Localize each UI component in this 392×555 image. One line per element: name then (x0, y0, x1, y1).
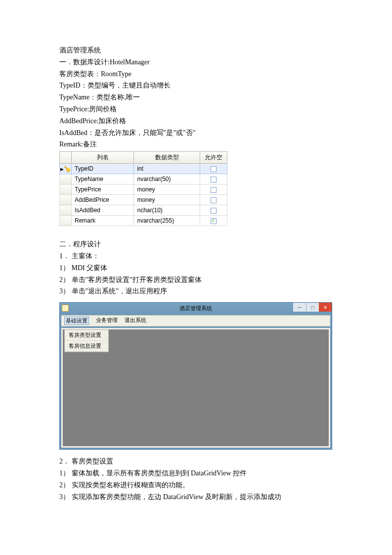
minimize-button[interactable]: ─ (293, 303, 306, 312)
col-name-cell[interactable]: TypePrice (72, 185, 134, 195)
row-header (60, 185, 72, 195)
table-row[interactable]: IsAddBed nchar(10) (60, 205, 227, 216)
menu-item-roominfo[interactable]: 客房信息设置 (65, 341, 108, 352)
s3-s2-1: 1） 窗体加载，显示所有客房类型信息到到 DataGridView 控件 (59, 467, 333, 479)
table-row[interactable]: AddBedPrice money (60, 195, 227, 205)
row-header: ▶🔑 (60, 164, 72, 174)
checkbox-icon[interactable] (211, 166, 217, 172)
menu-item-roomtype[interactable]: 客房类型设置 (65, 330, 108, 341)
s3-s2: 2． 客房类型设置 (59, 456, 333, 467)
col-name-cell[interactable]: IsAddBed (72, 205, 134, 216)
th-col-name: 列名 (72, 152, 134, 164)
menu-basic[interactable]: 基础设置 (64, 317, 89, 325)
col-type-cell[interactable]: nvarchar(50) (134, 174, 200, 185)
table-row[interactable]: ▶🔑 TypeID int (60, 164, 227, 174)
col-null-cell[interactable] (200, 174, 227, 185)
s1-line5: AddBedPrice:加床价格 (59, 115, 333, 127)
section1-heading: 一．数据库设计:HotelManager (59, 56, 333, 68)
table-row[interactable]: TypeName nvarchar(50) (60, 174, 227, 185)
triangle-icon: ▶ (60, 167, 64, 172)
col-null-cell[interactable] (200, 205, 227, 216)
col-name-cell[interactable]: TypeID (72, 164, 134, 174)
col-type-cell[interactable]: money (134, 195, 200, 205)
s1-line3: TypeName：类型名称,唯一 (59, 92, 333, 103)
checkbox-icon[interactable] (211, 197, 217, 203)
col-null-cell[interactable] (200, 195, 227, 205)
table-row[interactable]: Remark nvarchar(255) (60, 216, 227, 226)
s2-s1-2: 2） 单击"客房类型设置"打开客房类型设置窗体 (59, 274, 333, 286)
s3-s2-2: 2） 实现按类型名称进行模糊查询的功能。 (59, 479, 333, 491)
s1-line4: TypePrice:房间价格 (59, 103, 333, 115)
th-blank (60, 152, 72, 164)
row-header (60, 205, 72, 216)
section2-heading: 二．程序设计 (59, 238, 333, 250)
s2-s1-3: 3） 单击"退出系统"，退出应用程序 (59, 285, 333, 297)
mdi-client-area: 客房类型设置 客房信息设置 (61, 328, 330, 448)
s2-s1: 1． 主窗体： (59, 250, 333, 262)
page-title: 酒店管理系统 (59, 45, 333, 56)
th-col-type: 数据类型 (134, 152, 200, 164)
checkbox-checked-icon[interactable] (211, 218, 217, 224)
menu-business[interactable]: 业务管理 (96, 317, 118, 325)
db-schema-table: 列名 数据类型 允许空 ▶🔑 TypeID int TypeName nvarc… (59, 151, 227, 226)
row-header (60, 174, 72, 185)
col-null-cell[interactable] (200, 164, 227, 174)
s3-s2-3: 3） 实现添加客房类型功能，左边 DataGridView 及时刷新，提示添加成… (59, 491, 333, 503)
checkbox-icon[interactable] (211, 187, 217, 193)
col-name-cell[interactable]: TypeName (72, 174, 134, 185)
col-name-cell[interactable]: Remark (72, 216, 134, 226)
menu-exit[interactable]: 退出系统 (125, 317, 146, 325)
row-header (60, 216, 72, 226)
col-type-cell[interactable]: nchar(10) (134, 205, 200, 216)
s1-line1: 客房类型表：RoomType (59, 68, 333, 80)
app-icon (62, 305, 69, 312)
menu-dropdown: 客房类型设置 客房信息设置 (64, 329, 109, 352)
s1-line6: IsAddBed：是否允许加床，只能写"是"或"否" (59, 127, 333, 139)
checkbox-icon[interactable] (211, 208, 217, 214)
menu-bar: 基础设置 业务管理 退出系统 (61, 315, 330, 326)
col-type-cell[interactable]: nvarchar(255) (134, 216, 200, 226)
checkbox-icon[interactable] (211, 177, 217, 183)
col-null-cell[interactable] (200, 185, 227, 195)
col-type-cell[interactable]: int (134, 164, 200, 174)
key-icon: 🔑 (64, 166, 71, 173)
close-button[interactable]: ✕ (319, 303, 332, 312)
row-header (60, 195, 72, 205)
th-col-null: 允许空 (200, 152, 227, 164)
table-row[interactable]: TypePrice money (60, 185, 227, 195)
s2-s1-1: 1） MDI 父窗体 (59, 262, 333, 274)
title-bar[interactable]: 酒店管理系统 ─ □ ✕ (60, 303, 332, 314)
col-null-cell[interactable] (200, 216, 227, 226)
s1-line7: Remark:备注 (59, 139, 333, 150)
window-title: 酒店管理系统 (179, 305, 212, 312)
maximize-button[interactable]: □ (306, 303, 319, 312)
s1-line2: TypeID：类型编号，主键且自动增长 (59, 80, 333, 92)
col-type-cell[interactable]: money (134, 185, 200, 195)
col-name-cell[interactable]: AddBedPrice (72, 195, 134, 205)
app-window: 酒店管理系统 ─ □ ✕ 基础设置 业务管理 退出系统 客房类型设置 客房信息设… (59, 302, 332, 450)
